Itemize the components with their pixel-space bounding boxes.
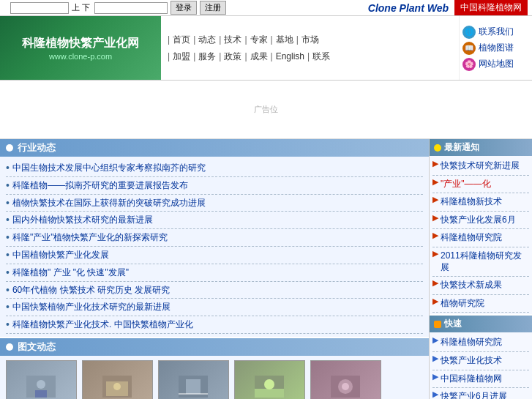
svg-rect-10	[255, 389, 284, 398]
news-link[interactable]: 科隆植物" 产业 "化 快速"发展"	[12, 266, 129, 279]
contact-us-link[interactable]: 🌐 联系我们	[462, 24, 514, 40]
right-notice-link[interactable]: 快繁产业化发展6月	[441, 213, 516, 228]
right-notice-link[interactable]: 植物研究院	[441, 297, 484, 311]
nav-result[interactable]: 成果	[250, 51, 268, 63]
news-link[interactable]: 科隆植物——拟南芥研究的重要进展报告发布	[12, 179, 188, 192]
nav-base[interactable]: 基地	[276, 34, 293, 46]
section-dot-icon	[6, 144, 13, 152]
news-bullet-icon: •	[6, 197, 10, 209]
right-quick-list: ▶ 科隆植物研究院 ▶ 快繁产业化技术 ▶ 中国科隆植物网 ▶ 快繁产业6月进展…	[430, 332, 532, 399]
nav-links-area: | 首页 | 动态 | 技术 | 专家 | 基地 | 市场 | 加盟 | 服务 …	[161, 16, 459, 80]
photo-thumb-3[interactable]	[158, 360, 229, 399]
nav-market[interactable]: 市场	[301, 34, 319, 46]
site-map-link[interactable]: 🌸 网站地图	[462, 56, 514, 72]
news-link[interactable]: 国内外植物快繁技术研究的最新进展	[12, 214, 153, 226]
photo-item-2: 专家考察研究	[80, 360, 154, 399]
nav-service[interactable]: 服务	[198, 51, 216, 63]
svg-point-11	[264, 379, 274, 389]
right-bullet-icon: ▶	[432, 159, 438, 168]
nav-row-2: | 加盟 | 服务 | 政策 | 成果 | English | 联系	[167, 51, 453, 63]
username-input[interactable]	[10, 2, 69, 14]
right-bullet-icon: ▶	[432, 231, 438, 240]
plant-atlas-link[interactable]: 📖 植物图谱	[462, 40, 514, 56]
logo-title: 科隆植物快繁产业化网	[22, 35, 139, 51]
nav-expert[interactable]: 专家	[250, 34, 268, 46]
news-link[interactable]: 中国生物技术发展中心组织专家考察拟南芥的研究	[12, 162, 206, 174]
news-link[interactable]: 中国植物快繁产业化发展	[12, 249, 109, 261]
news-bullet-icon: •	[6, 162, 10, 174]
photo-item-4: 快繁技术研究	[233, 360, 306, 399]
right-bullet-icon: ▶	[432, 278, 438, 288]
industry-news-title: 行业动态	[18, 141, 56, 154]
news-item: • 科隆植物快繁产业化技术. 中国快繁植物产业化	[6, 316, 423, 334]
nav-tech[interactable]: 技术	[224, 34, 241, 46]
left-panel: 行业动态 • 中国生物技术发展中心组织专家考察拟南芥的研究 • 科隆植物——拟南…	[0, 139, 430, 399]
nav-join[interactable]: 加盟	[173, 51, 190, 63]
right-notice-link[interactable]: "产业"——化	[441, 177, 491, 192]
news-bullet-icon: •	[6, 214, 10, 226]
news-item: • 中国植物快繁产业化发展	[6, 247, 423, 264]
photo-thumb-4[interactable]	[234, 360, 305, 399]
plant-atlas-label: 植物图谱	[479, 42, 514, 54]
nav-home[interactable]: 首页	[173, 34, 190, 46]
photo-item-3: 产业化发展	[157, 360, 230, 399]
right-list-item: ▶ 科隆植物研究院	[432, 334, 529, 352]
right-quick-link[interactable]: 快繁产业6月进展	[441, 389, 507, 399]
photo-row: 科隆植物快繁 专家考察研究 产业化发展 快繁技术研究	[0, 356, 429, 399]
nav-row-1: | 首页 | 动态 | 技术 | 专家 | 基地 | 市场	[167, 34, 453, 46]
right-notice-link[interactable]: 科隆植物新技术	[441, 195, 502, 209]
svg-point-14	[342, 383, 349, 390]
news-link[interactable]: 科隆植物快繁产业化技术. 中国快繁植物产业化	[12, 318, 193, 331]
password-input[interactable]	[94, 2, 168, 14]
news-link[interactable]: 科隆"产业"植物快繁产业化的新探索研究	[12, 231, 168, 244]
photo-item-5: 科隆植物园	[309, 360, 382, 399]
svg-rect-2	[35, 390, 47, 398]
right-notice-link[interactable]: 快繁技术研究新进展	[441, 159, 520, 174]
right-list-item: ▶ 快繁产业化发展6月	[432, 212, 529, 230]
news-bullet-icon: •	[6, 284, 10, 297]
photo-news-title: 图文动态	[18, 340, 56, 354]
right-notice-list: ▶ 快繁技术研究新进展 ▶ "产业"——化 ▶ 科隆植物新技术 ▶ 快繁产业化发…	[430, 156, 532, 314]
right-list-item: ▶ 快繁产业化技术	[432, 352, 529, 370]
site-logo: 科隆植物快繁产业化网 www.clone-p.com	[0, 16, 161, 80]
news-item: • 国内外植物快繁技术研究的最新进展	[6, 212, 423, 229]
contact-us-label: 联系我们	[479, 26, 514, 38]
right-quick-link[interactable]: 快繁产业化技术	[441, 354, 502, 368]
news-item: • 中国生物技术发展中心组织专家考察拟南芥的研究	[6, 160, 423, 177]
right-notice-link[interactable]: 科隆植物研究院	[441, 231, 502, 245]
register-button[interactable]: 注册	[200, 1, 226, 15]
right-notice-link[interactable]: 快繁技术新成果	[441, 278, 502, 293]
right-bullet-icon: ▶	[432, 213, 438, 223]
right-list-item: ▶ 快繁技术新成果	[432, 277, 529, 295]
china-plants-button[interactable]: 中国科隆植物网	[454, 0, 528, 15]
logo-nav-area: 科隆植物快繁产业化网 www.clone-p.com | 首页 | 动态 | 技…	[0, 16, 532, 81]
right-bullet-blue-icon: ▶	[432, 389, 438, 399]
clone-plant-web-title: Clone Plant Web	[368, 2, 449, 14]
news-bullet-icon: •	[6, 266, 10, 279]
right-list-item: ▶ 2011科隆植物研究发展	[432, 247, 529, 277]
news-link[interactable]: 60年代植物 快繁技术 研究历史 发展研究	[12, 284, 170, 297]
header-bar: 上 下 登录 注册 Clone Plant Web 中国科隆植物网	[0, 0, 532, 16]
world-icon: 🌐	[462, 26, 476, 39]
right-notice-link[interactable]: 2011科隆植物研究发展	[441, 249, 529, 275]
ad-banner: 广告位	[0, 81, 532, 139]
nav-policy[interactable]: 政策	[224, 51, 241, 63]
news-link[interactable]: 植物快繁技术在国际上获得新的突破研究成功进展	[12, 197, 206, 209]
nav-news[interactable]: 动态	[198, 34, 216, 46]
photo-item-1: 科隆植物快繁	[4, 360, 78, 399]
nav-english[interactable]: English	[276, 51, 304, 61]
news-bullet-icon: •	[6, 249, 10, 261]
right-list-item: ▶ 科隆植物新技术	[432, 193, 529, 212]
right-notice-header: 最新通知	[430, 139, 532, 156]
right-list-item: ▶ 科隆植物研究院	[432, 229, 529, 247]
login-button[interactable]: 登录	[171, 1, 197, 15]
right-list-item: ▶ 快繁技术研究新进展	[432, 157, 529, 176]
photo-thumb-1[interactable]	[6, 360, 77, 399]
nav-contact[interactable]: 联系	[312, 51, 330, 63]
news-link[interactable]: 中国快繁植物产业化技术研究的最新进展	[12, 301, 171, 313]
right-notice-title: 最新通知	[444, 141, 479, 154]
photo-thumb-2[interactable]	[82, 360, 153, 399]
right-quick-link[interactable]: 科隆植物研究院	[441, 335, 502, 350]
right-quick-link[interactable]: 中国科隆植物网	[441, 372, 502, 387]
photo-thumb-5[interactable]	[310, 360, 381, 399]
